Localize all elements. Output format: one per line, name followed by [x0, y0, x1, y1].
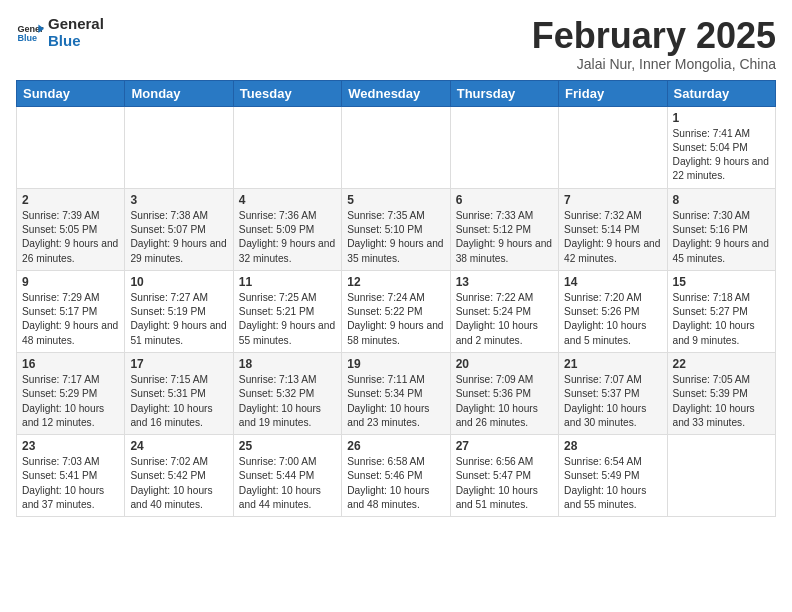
day-number: 14: [564, 275, 661, 289]
weekday-header: Thursday: [450, 80, 558, 106]
day-number: 16: [22, 357, 119, 371]
day-info: Sunrise: 7:11 AM Sunset: 5:34 PM Dayligh…: [347, 373, 444, 430]
title-block: February 2025 Jalai Nur, Inner Mongolia,…: [532, 16, 776, 72]
day-info: Sunrise: 7:13 AM Sunset: 5:32 PM Dayligh…: [239, 373, 336, 430]
calendar-week-row: 9Sunrise: 7:29 AM Sunset: 5:17 PM Daylig…: [17, 270, 776, 352]
day-info: Sunrise: 6:54 AM Sunset: 5:49 PM Dayligh…: [564, 455, 661, 512]
calendar-cell: 23Sunrise: 7:03 AM Sunset: 5:41 PM Dayli…: [17, 435, 125, 517]
day-number: 26: [347, 439, 444, 453]
calendar-cell: [667, 435, 775, 517]
weekday-header: Monday: [125, 80, 233, 106]
calendar-week-row: 23Sunrise: 7:03 AM Sunset: 5:41 PM Dayli…: [17, 435, 776, 517]
calendar-cell: 27Sunrise: 6:56 AM Sunset: 5:47 PM Dayli…: [450, 435, 558, 517]
day-number: 9: [22, 275, 119, 289]
day-number: 10: [130, 275, 227, 289]
day-info: Sunrise: 7:15 AM Sunset: 5:31 PM Dayligh…: [130, 373, 227, 430]
logo-icon: General Blue: [16, 19, 44, 47]
month-title: February 2025: [532, 16, 776, 56]
day-number: 12: [347, 275, 444, 289]
calendar-cell: 5Sunrise: 7:35 AM Sunset: 5:10 PM Daylig…: [342, 188, 450, 270]
calendar-cell: 20Sunrise: 7:09 AM Sunset: 5:36 PM Dayli…: [450, 352, 558, 434]
calendar-cell: 13Sunrise: 7:22 AM Sunset: 5:24 PM Dayli…: [450, 270, 558, 352]
day-number: 3: [130, 193, 227, 207]
weekday-header: Tuesday: [233, 80, 341, 106]
day-info: Sunrise: 7:38 AM Sunset: 5:07 PM Dayligh…: [130, 209, 227, 266]
day-info: Sunrise: 7:09 AM Sunset: 5:36 PM Dayligh…: [456, 373, 553, 430]
location-subtitle: Jalai Nur, Inner Mongolia, China: [532, 56, 776, 72]
day-number: 2: [22, 193, 119, 207]
logo-line2: Blue: [48, 33, 104, 50]
calendar-cell: 14Sunrise: 7:20 AM Sunset: 5:26 PM Dayli…: [559, 270, 667, 352]
calendar-week-row: 1Sunrise: 7:41 AM Sunset: 5:04 PM Daylig…: [17, 106, 776, 188]
day-info: Sunrise: 7:02 AM Sunset: 5:42 PM Dayligh…: [130, 455, 227, 512]
day-number: 4: [239, 193, 336, 207]
calendar-cell: 10Sunrise: 7:27 AM Sunset: 5:19 PM Dayli…: [125, 270, 233, 352]
day-info: Sunrise: 6:58 AM Sunset: 5:46 PM Dayligh…: [347, 455, 444, 512]
calendar-cell: 11Sunrise: 7:25 AM Sunset: 5:21 PM Dayli…: [233, 270, 341, 352]
day-info: Sunrise: 7:41 AM Sunset: 5:04 PM Dayligh…: [673, 127, 770, 184]
day-info: Sunrise: 7:07 AM Sunset: 5:37 PM Dayligh…: [564, 373, 661, 430]
day-number: 24: [130, 439, 227, 453]
calendar-cell: 9Sunrise: 7:29 AM Sunset: 5:17 PM Daylig…: [17, 270, 125, 352]
calendar-cell: 26Sunrise: 6:58 AM Sunset: 5:46 PM Dayli…: [342, 435, 450, 517]
day-info: Sunrise: 7:17 AM Sunset: 5:29 PM Dayligh…: [22, 373, 119, 430]
day-number: 28: [564, 439, 661, 453]
day-info: Sunrise: 7:35 AM Sunset: 5:10 PM Dayligh…: [347, 209, 444, 266]
calendar-cell: 3Sunrise: 7:38 AM Sunset: 5:07 PM Daylig…: [125, 188, 233, 270]
day-number: 17: [130, 357, 227, 371]
day-info: Sunrise: 7:24 AM Sunset: 5:22 PM Dayligh…: [347, 291, 444, 348]
calendar-cell: [559, 106, 667, 188]
calendar-cell: 22Sunrise: 7:05 AM Sunset: 5:39 PM Dayli…: [667, 352, 775, 434]
day-number: 1: [673, 111, 770, 125]
calendar-cell: 1Sunrise: 7:41 AM Sunset: 5:04 PM Daylig…: [667, 106, 775, 188]
day-number: 7: [564, 193, 661, 207]
weekday-header: Sunday: [17, 80, 125, 106]
day-info: Sunrise: 7:30 AM Sunset: 5:16 PM Dayligh…: [673, 209, 770, 266]
day-number: 22: [673, 357, 770, 371]
day-info: Sunrise: 7:25 AM Sunset: 5:21 PM Dayligh…: [239, 291, 336, 348]
day-info: Sunrise: 7:18 AM Sunset: 5:27 PM Dayligh…: [673, 291, 770, 348]
calendar-cell: 6Sunrise: 7:33 AM Sunset: 5:12 PM Daylig…: [450, 188, 558, 270]
day-number: 23: [22, 439, 119, 453]
day-number: 25: [239, 439, 336, 453]
day-number: 6: [456, 193, 553, 207]
day-info: Sunrise: 7:27 AM Sunset: 5:19 PM Dayligh…: [130, 291, 227, 348]
page-header: General Blue General Blue February 2025 …: [16, 16, 776, 72]
day-number: 27: [456, 439, 553, 453]
calendar-cell: 8Sunrise: 7:30 AM Sunset: 5:16 PM Daylig…: [667, 188, 775, 270]
logo: General Blue General Blue: [16, 16, 104, 49]
calendar-cell: 7Sunrise: 7:32 AM Sunset: 5:14 PM Daylig…: [559, 188, 667, 270]
calendar-cell: 16Sunrise: 7:17 AM Sunset: 5:29 PM Dayli…: [17, 352, 125, 434]
calendar-cell: 18Sunrise: 7:13 AM Sunset: 5:32 PM Dayli…: [233, 352, 341, 434]
calendar-cell: [125, 106, 233, 188]
calendar-cell: 12Sunrise: 7:24 AM Sunset: 5:22 PM Dayli…: [342, 270, 450, 352]
calendar-cell: 25Sunrise: 7:00 AM Sunset: 5:44 PM Dayli…: [233, 435, 341, 517]
svg-text:Blue: Blue: [17, 33, 37, 43]
calendar-week-row: 2Sunrise: 7:39 AM Sunset: 5:05 PM Daylig…: [17, 188, 776, 270]
calendar-cell: [342, 106, 450, 188]
logo-line1: General: [48, 16, 104, 33]
calendar-cell: 17Sunrise: 7:15 AM Sunset: 5:31 PM Dayli…: [125, 352, 233, 434]
calendar-cell: [17, 106, 125, 188]
day-info: Sunrise: 7:39 AM Sunset: 5:05 PM Dayligh…: [22, 209, 119, 266]
day-number: 18: [239, 357, 336, 371]
day-number: 20: [456, 357, 553, 371]
weekday-header: Wednesday: [342, 80, 450, 106]
day-info: Sunrise: 7:32 AM Sunset: 5:14 PM Dayligh…: [564, 209, 661, 266]
day-number: 5: [347, 193, 444, 207]
day-info: Sunrise: 6:56 AM Sunset: 5:47 PM Dayligh…: [456, 455, 553, 512]
calendar-cell: 15Sunrise: 7:18 AM Sunset: 5:27 PM Dayli…: [667, 270, 775, 352]
day-info: Sunrise: 7:03 AM Sunset: 5:41 PM Dayligh…: [22, 455, 119, 512]
calendar-cell: 4Sunrise: 7:36 AM Sunset: 5:09 PM Daylig…: [233, 188, 341, 270]
day-info: Sunrise: 7:36 AM Sunset: 5:09 PM Dayligh…: [239, 209, 336, 266]
day-number: 15: [673, 275, 770, 289]
calendar-cell: 2Sunrise: 7:39 AM Sunset: 5:05 PM Daylig…: [17, 188, 125, 270]
day-info: Sunrise: 7:05 AM Sunset: 5:39 PM Dayligh…: [673, 373, 770, 430]
day-number: 11: [239, 275, 336, 289]
day-info: Sunrise: 7:00 AM Sunset: 5:44 PM Dayligh…: [239, 455, 336, 512]
calendar-cell: [233, 106, 341, 188]
calendar-cell: 24Sunrise: 7:02 AM Sunset: 5:42 PM Dayli…: [125, 435, 233, 517]
day-number: 21: [564, 357, 661, 371]
day-number: 13: [456, 275, 553, 289]
weekday-header-row: SundayMondayTuesdayWednesdayThursdayFrid…: [17, 80, 776, 106]
